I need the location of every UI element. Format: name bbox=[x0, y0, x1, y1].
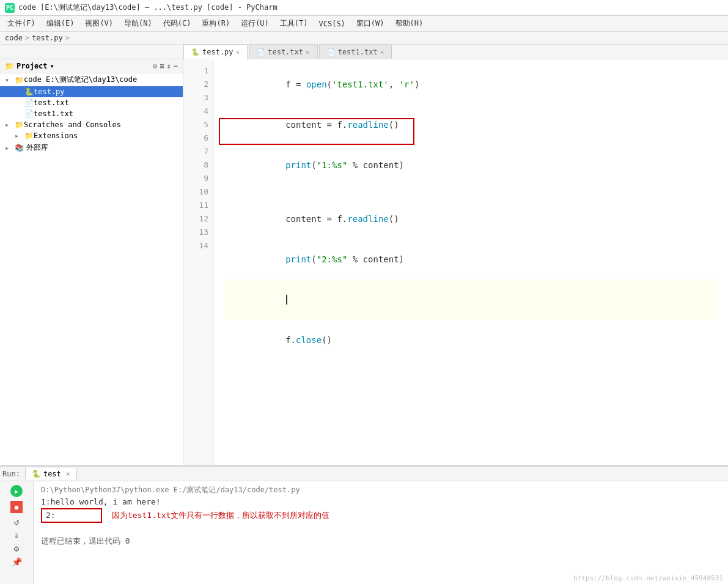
window-title: code [E:\测试笔记\day13\code] – ...\test.py … bbox=[18, 2, 278, 13]
menu-bar: 文件(F) 编辑(E) 视图(V) 导航(N) 代码(C) 重构(R) 运行(U… bbox=[0, 16, 728, 32]
menu-refactor[interactable]: 重构(R) bbox=[197, 17, 235, 30]
stop-button[interactable]: ■ bbox=[10, 501, 23, 513]
pin-button[interactable]: 📌 bbox=[12, 557, 22, 567]
tab-test-py[interactable]: 🐍 test.py × bbox=[183, 45, 248, 59]
rerun-button[interactable]: ↺ bbox=[14, 517, 19, 527]
py-file-icon-sidebar: 🐍 bbox=[24, 87, 34, 96]
menu-view[interactable]: 视图(V) bbox=[80, 17, 118, 30]
tree-item-test-py[interactable]: 🐍 test.py bbox=[0, 86, 183, 97]
scroll-button[interactable]: ⇓ bbox=[14, 530, 19, 540]
txt-file-icon-sidebar1: 📄 bbox=[24, 98, 34, 107]
menu-tools[interactable]: 工具(T) bbox=[275, 17, 313, 30]
tree-label-test-py: test.py bbox=[34, 87, 65, 96]
sidebar-actions: ⚙ ≡ ↕ − bbox=[153, 62, 178, 70]
code-line-9 bbox=[224, 360, 718, 374]
code-editor[interactable]: 1 2 3 4 5 6 7 8 9 10 11 12 13 14 bbox=[183, 59, 728, 465]
output-line2-comment: 因为test1.txt文件只有一行数据，所以获取不到所对应的值 bbox=[112, 509, 329, 522]
ln-11: 11 bbox=[186, 199, 208, 212]
code-line-13 bbox=[224, 414, 718, 427]
tree-label-scratches: Scratches and Consoles bbox=[24, 120, 121, 129]
tree-label-test-txt: test.txt bbox=[34, 98, 69, 107]
bottom-tabs: Run: 🐍 test × bbox=[0, 467, 728, 481]
ln-12: 12 bbox=[186, 212, 208, 226]
tree-item-extensions[interactable]: ▸ 📁 Extensions bbox=[0, 130, 183, 141]
menu-file[interactable]: 文件(F) bbox=[2, 17, 40, 30]
code-line-6: print("2:%s" % content) bbox=[224, 239, 718, 279]
code-line-8: f.close() bbox=[224, 320, 718, 360]
watermark: https://blog.csdn.net/weixin_45948531 bbox=[573, 574, 723, 582]
run-file-icon: 🐍 bbox=[32, 470, 41, 478]
menu-edit[interactable]: 编辑(E) bbox=[42, 17, 79, 30]
sidebar-title: Project bbox=[17, 62, 48, 70]
menu-code[interactable]: 代码(C) bbox=[158, 17, 196, 30]
code-line-11 bbox=[224, 387, 718, 401]
tab-test-txt-label: test.txt bbox=[268, 48, 303, 56]
ln-6: 6 bbox=[186, 131, 208, 145]
tab-test1-txt-label: test1.txt bbox=[338, 48, 378, 56]
sidebar-menu-icon[interactable]: ≡ bbox=[160, 62, 164, 70]
breadcrumb-code[interactable]: code bbox=[5, 34, 23, 42]
tab-test-txt-close[interactable]: × bbox=[306, 48, 310, 56]
menu-window[interactable]: 窗口(W) bbox=[351, 17, 389, 30]
app-icon: PC bbox=[5, 3, 15, 13]
sidebar-dropdown-arrow[interactable]: ▾ bbox=[50, 62, 54, 70]
tree-label-test1-txt: test1.txt bbox=[34, 109, 73, 118]
sidebar-header: 📁 Project ▾ ⚙ ≡ ↕ − bbox=[0, 59, 183, 73]
sidebar-settings-icon[interactable]: ⚙ bbox=[153, 62, 157, 70]
sidebar-collapse-icon[interactable]: − bbox=[174, 62, 178, 70]
menu-run[interactable]: 运行(U) bbox=[236, 17, 274, 30]
tree-label-extlibs: 外部库 bbox=[26, 142, 48, 153]
py-file-icon: 🐍 bbox=[191, 48, 200, 56]
tab-test1-txt-close[interactable]: × bbox=[380, 48, 384, 56]
folder-arrow-code: ▾ bbox=[5, 76, 15, 84]
scratches-arrow: ▸ bbox=[5, 120, 15, 129]
menu-navigate[interactable]: 导航(N) bbox=[119, 17, 157, 30]
tree-item-test1-txt[interactable]: 📄 test1.txt bbox=[0, 108, 183, 119]
extensions-arrow: ▸ bbox=[15, 131, 24, 140]
extlibs-arrow: ▸ bbox=[5, 144, 15, 152]
run-label: Run: bbox=[2, 470, 20, 478]
output-line1: 1:hello world, i am here! bbox=[41, 496, 723, 508]
code-content[interactable]: f = open('test1.txt', 'r') content = f.r… bbox=[214, 59, 728, 465]
code-line-14 bbox=[224, 427, 718, 441]
tab-test-py-close[interactable]: × bbox=[236, 48, 240, 56]
ln-7: 7 bbox=[186, 145, 208, 158]
run-tab-label: test bbox=[43, 470, 61, 478]
ln-8: 8 bbox=[186, 158, 208, 172]
tab-test-py-label: test.py bbox=[202, 48, 233, 56]
tree-item-test-txt[interactable]: 📄 test.txt bbox=[0, 97, 183, 108]
editor-area: 1 2 3 4 5 6 7 8 9 10 11 12 13 14 bbox=[183, 59, 728, 465]
breadcrumb-file[interactable]: test.py bbox=[32, 34, 63, 42]
tree-item-scratches[interactable]: ▸ 📁 Scratches and Consoles bbox=[0, 119, 183, 130]
code-line-2: content = f.readline() bbox=[224, 105, 718, 145]
code-line-10 bbox=[224, 374, 718, 387]
tree-item-code-folder[interactable]: ▾ 📁 code E:\测试笔记\day13\code bbox=[0, 73, 183, 86]
sidebar-sort-icon[interactable]: ↕ bbox=[167, 62, 171, 70]
tree-label-extensions: Extensions bbox=[34, 131, 78, 140]
output-area: D:\Python\Python37\python.exe E:/测试笔记/da… bbox=[34, 481, 728, 584]
tab-test1-txt[interactable]: 📄 test1.txt × bbox=[319, 45, 392, 59]
tab-run-test[interactable]: 🐍 test × bbox=[25, 468, 77, 479]
txt-file-icon-sidebar2: 📄 bbox=[24, 109, 34, 118]
txt-file-icon2: 📄 bbox=[327, 48, 336, 56]
toolbar: code > test.py > bbox=[0, 32, 728, 45]
settings-button2[interactable]: ⚙ bbox=[14, 544, 19, 553]
output-blank bbox=[41, 523, 723, 535]
bottom-panel: Run: 🐍 test × ▶ ■ ↺ ⇓ ⚙ 📌 D:\Python\Pyth… bbox=[0, 465, 728, 584]
output-end: 进程已结束，退出代码 0 bbox=[41, 535, 723, 547]
breadcrumb-sep1: > bbox=[25, 34, 29, 42]
run-button[interactable]: ▶ bbox=[10, 485, 23, 497]
code-line-1: f = open('test1.txt', 'r') bbox=[224, 64, 718, 105]
ln-14: 14 bbox=[186, 239, 208, 253]
code-line-5: content = f.readline() bbox=[224, 199, 718, 239]
run-tab-close[interactable]: × bbox=[66, 470, 70, 478]
menu-vcs[interactable]: VCS(S) bbox=[314, 18, 350, 29]
menu-help[interactable]: 帮助(H) bbox=[391, 17, 428, 30]
sidebar: 📁 Project ▾ ⚙ ≡ ↕ − ▾ 📁 code E:\测试笔记\day… bbox=[0, 59, 183, 465]
ln-13: 13 bbox=[186, 226, 208, 239]
tab-test-txt[interactable]: 📄 test.txt × bbox=[249, 45, 317, 59]
tree-item-extlibs[interactable]: ▸ 📚 外部库 bbox=[0, 141, 183, 154]
sidebar-dropdown-icon: 📁 bbox=[5, 62, 14, 70]
folder-icon-code: 📁 bbox=[15, 76, 24, 84]
breadcrumb: code > test.py > bbox=[5, 34, 70, 42]
